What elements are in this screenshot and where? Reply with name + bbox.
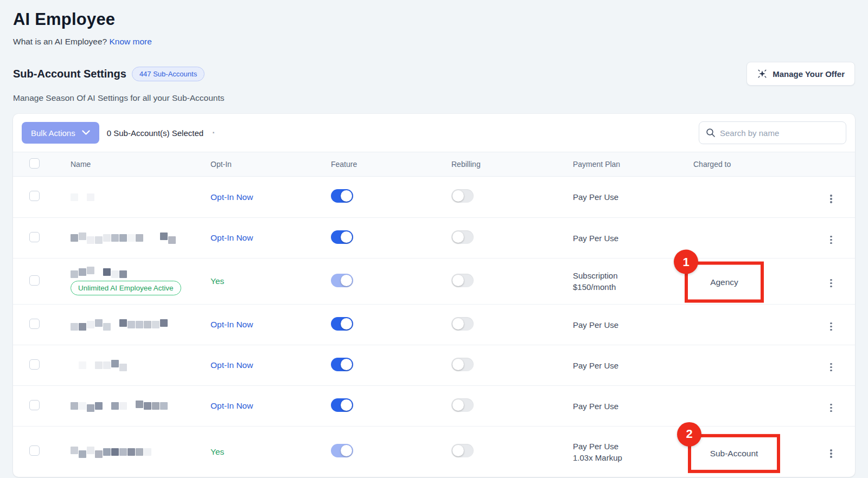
redacted-pixel-block — [136, 321, 143, 328]
section-title: Sub-Account Settings — [13, 68, 126, 80]
rebilling-toggle[interactable] — [451, 358, 474, 371]
redacted-pixel-block — [160, 402, 168, 410]
feature-toggle[interactable] — [331, 230, 353, 244]
toggle-knob — [341, 231, 352, 243]
feature-toggle[interactable] — [331, 189, 353, 203]
redacted-pixel-block — [95, 236, 103, 244]
rebilling-toggle[interactable] — [451, 230, 474, 244]
row-checkbox[interactable] — [29, 275, 40, 286]
kebab-menu-icon[interactable] — [828, 402, 834, 415]
redacted-pixel-block — [119, 448, 127, 456]
redacted-pixel-block — [79, 192, 86, 199]
redacted-pixel-block — [79, 323, 86, 331]
redacted-pixel-block — [95, 267, 103, 274]
annotation-highlight-box: 2Sub-Account — [688, 434, 780, 473]
kebab-menu-icon[interactable] — [828, 192, 834, 205]
redacted-pixel-block — [144, 402, 151, 410]
feature-toggle[interactable] — [331, 444, 353, 457]
kebab-menu-icon[interactable] — [828, 234, 834, 247]
row-checkbox[interactable] — [29, 232, 40, 242]
bulk-actions-button[interactable]: Bulk Actions — [22, 122, 99, 144]
redacted-pixel-block — [160, 319, 168, 327]
redacted-pixel-block — [79, 450, 86, 458]
payment-plan-line: Pay Per Use — [573, 319, 680, 331]
redacted-pixel-block — [160, 232, 168, 240]
kebab-menu-icon[interactable] — [828, 361, 834, 374]
page-header: AI Employee What is an AI Employee? Know… — [0, 0, 868, 103]
redacted-pixel-block — [103, 401, 111, 408]
sub-accounts-card: Bulk Actions 0 Sub-Account(s) Selected · — [13, 114, 855, 477]
table-row: Opt-In Now Pay Per Use — [13, 217, 855, 258]
redacted-name-blur — [71, 267, 127, 277]
redacted-pixel-block — [111, 448, 119, 456]
redacted-pixel-block — [71, 402, 78, 410]
opt-in-now-link[interactable]: Opt-In Now — [210, 360, 253, 370]
redacted-pixel-block — [103, 234, 111, 242]
feature-toggle[interactable] — [331, 317, 353, 331]
table-header-row: Name Opt-In Feature Rebilling Payment Pl… — [13, 152, 855, 177]
kebab-menu-icon[interactable] — [828, 277, 834, 290]
row-checkbox[interactable] — [29, 445, 40, 456]
payment-plan-line: 1.03x Markup — [573, 452, 680, 463]
redacted-pixel-block — [111, 360, 119, 367]
table-row: Unlimited AI Employee Active Yes Subscri… — [13, 258, 855, 304]
redacted-pixel-block — [95, 450, 103, 458]
row-checkbox[interactable] — [29, 191, 40, 201]
rebilling-toggle[interactable] — [451, 444, 474, 457]
account-name-redacted: Unlimited AI Employee Active — [56, 267, 210, 295]
redacted-pixel-block — [79, 268, 86, 276]
redacted-pixel-block — [87, 236, 94, 244]
redacted-pixel-block — [71, 447, 78, 454]
table-body: Opt-In Now Pay Per Use Opt-In Now Pay Pe… — [13, 177, 855, 477]
redacted-name-blur — [71, 360, 127, 370]
kebab-menu-icon[interactable] — [828, 447, 834, 460]
row-checkbox[interactable] — [29, 359, 40, 370]
feature-toggle[interactable] — [331, 358, 353, 371]
redacted-pixel-block — [119, 270, 127, 278]
toggle-knob — [452, 231, 464, 243]
payment-plan-cell: Pay Per Use — [560, 401, 680, 412]
payment-plan-line: Subscription — [573, 270, 680, 281]
page-title: AI Employee — [13, 10, 855, 29]
row-checkbox[interactable] — [29, 400, 40, 410]
feature-toggle[interactable] — [331, 274, 353, 287]
redacted-pixel-block — [127, 321, 135, 328]
feature-toggle[interactable] — [331, 398, 353, 412]
rebilling-toggle[interactable] — [451, 189, 474, 203]
toggle-knob — [452, 190, 464, 202]
redacted-pixel-block — [144, 232, 151, 240]
redacted-pixel-block — [119, 402, 127, 410]
charged-to-cell — [680, 218, 803, 258]
opt-in-now-link[interactable]: Opt-In Now — [210, 192, 253, 202]
opt-in-now-link[interactable]: Opt-In Now — [210, 320, 253, 329]
kebab-menu-icon[interactable] — [828, 320, 834, 333]
redacted-pixel-block — [95, 319, 103, 327]
manage-your-offer-label: Manage Your Offer — [773, 69, 845, 79]
payment-plan-line: $150/month — [573, 281, 680, 293]
redacted-pixel-block — [119, 234, 127, 242]
toggle-knob — [452, 275, 464, 286]
rebilling-toggle[interactable] — [451, 274, 474, 287]
redacted-name-blur — [71, 192, 95, 202]
select-all-checkbox[interactable] — [29, 158, 40, 169]
rebilling-toggle[interactable] — [451, 398, 474, 412]
rebilling-toggle[interactable] — [451, 317, 474, 331]
opt-in-now-link[interactable]: Opt-In Now — [210, 233, 253, 242]
search-box[interactable] — [699, 121, 846, 144]
row-checkbox[interactable] — [29, 319, 40, 329]
search-input[interactable] — [720, 128, 839, 138]
redacted-pixel-block — [71, 234, 78, 242]
know-more-link[interactable]: Know more — [109, 37, 151, 46]
bulk-actions-label: Bulk Actions — [31, 128, 75, 138]
manage-your-offer-button[interactable]: Manage Your Offer — [746, 62, 855, 86]
charged-to-cell: 2Sub-Account — [680, 427, 803, 477]
redacted-pixel-block — [111, 234, 119, 242]
intro-text: What is an AI Employee? — [13, 37, 107, 46]
redacted-pixel-block — [87, 193, 94, 201]
table-row: Opt-In Now Pay Per Use — [13, 385, 855, 426]
payment-plan-cell: Pay Per Use — [560, 191, 680, 203]
opt-in-now-link[interactable]: Opt-In Now — [210, 401, 253, 410]
annotation-number-badge: 1 — [674, 250, 698, 274]
redacted-pixel-block — [111, 319, 119, 327]
opt-in-yes-label: Yes — [210, 276, 224, 286]
